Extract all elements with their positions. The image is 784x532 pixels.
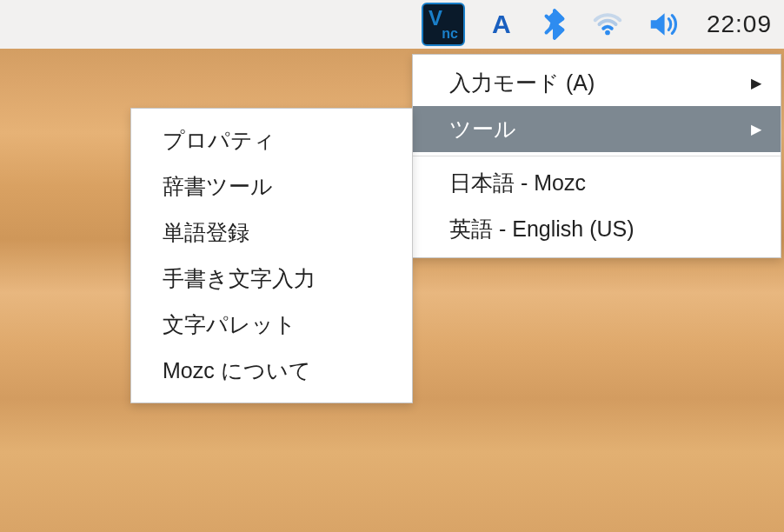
menu-item-label: Mozc について: [163, 356, 311, 385]
submenu-item-register-word[interactable]: 単語登録: [131, 209, 412, 256]
menu-item-japanese-mozc[interactable]: 日本語 - Mozc: [413, 160, 781, 206]
ime-indicator[interactable]: A: [482, 0, 521, 49]
submenu-item-dictionary-tool[interactable]: 辞書ツール: [131, 163, 412, 209]
menu-item-label: 単語登録: [163, 218, 249, 247]
menu-item-label: 辞書ツール: [163, 172, 273, 201]
menu-item-label: 英語 - English (US): [449, 215, 635, 243]
bluetooth-svg: [538, 8, 571, 41]
menu-separator: [413, 156, 781, 156]
ime-context-menu: 入力モード (A) ▶ ツール ▶ 日本語 - Mozc 英語 - Englis…: [412, 54, 781, 258]
wifi-svg: [588, 8, 627, 41]
volume-icon[interactable]: [644, 0, 682, 49]
submenu-item-character-palette[interactable]: 文字パレット: [131, 302, 412, 348]
chevron-right-icon: ▶: [751, 76, 761, 90]
menu-item-label: ツール: [449, 115, 516, 143]
svg-point-0: [605, 30, 610, 36]
clock[interactable]: 22:09: [700, 0, 772, 49]
clock-text: 22:09: [707, 10, 772, 38]
ime-letter: A: [492, 10, 511, 39]
submenu-item-handwriting-input[interactable]: 手書き文字入力: [131, 256, 412, 302]
wifi-icon[interactable]: [588, 0, 627, 49]
vnc-tray-icon[interactable]: Vnc: [422, 0, 465, 49]
menu-item-label: 入力モード (A): [449, 69, 595, 97]
submenu-item-about-mozc[interactable]: Mozc について: [131, 348, 412, 394]
taskbar: Vnc A 22:09: [0, 0, 784, 49]
menu-item-label: 手書き文字入力: [163, 264, 316, 293]
chevron-right-icon: ▶: [751, 123, 761, 136]
menu-item-label: 日本語 - Mozc: [449, 169, 586, 197]
menu-item-english-us[interactable]: 英語 - English (US): [413, 206, 781, 252]
menu-item-tools[interactable]: ツール ▶: [413, 106, 781, 152]
menu-item-label: プロパティ: [163, 126, 276, 155]
bluetooth-icon[interactable]: [538, 0, 571, 49]
menu-item-label: 文字パレット: [163, 310, 296, 339]
volume-svg: [644, 8, 682, 41]
vnc-icon: Vnc: [422, 3, 465, 46]
menu-item-input-mode[interactable]: 入力モード (A) ▶: [413, 60, 781, 106]
submenu-item-properties[interactable]: プロパティ: [131, 117, 412, 163]
tools-submenu: プロパティ 辞書ツール 単語登録 手書き文字入力 文字パレット Mozc につい…: [130, 108, 413, 403]
